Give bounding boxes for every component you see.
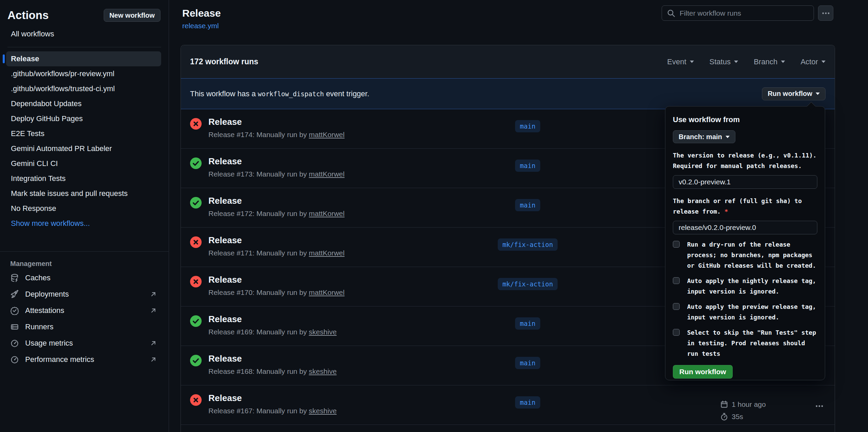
- sidebar-item-workflow[interactable]: .github/workflows/pr-review.yml: [6, 66, 161, 81]
- filter-dropdown-label: Event: [667, 57, 686, 66]
- show-more-workflows-link[interactable]: Show more workflows...: [6, 216, 161, 231]
- checkbox-label: Select to skip the "Run Tests" step in t…: [687, 327, 817, 359]
- sidebar-item-label: .github/workflows/trusted-ci.yml: [11, 84, 115, 93]
- run-status-icon: [190, 157, 202, 169]
- branch-badge[interactable]: main: [515, 396, 540, 409]
- checkbox[interactable]: [673, 277, 680, 284]
- workflow-input[interactable]: [673, 221, 817, 234]
- filter-workflow-runs-input[interactable]: [680, 9, 809, 17]
- popover-heading: Use workflow from: [673, 115, 817, 124]
- sidebar-item-management[interactable]: Runners: [6, 319, 161, 335]
- branch-badge[interactable]: mk/fix-action: [498, 238, 558, 251]
- branch-badge-slot: mk/fix-action: [483, 278, 572, 290]
- workflow-file-link[interactable]: release.yml: [182, 22, 219, 30]
- run-start-time: 1 hour ago: [720, 400, 766, 409]
- filter-dropdown[interactable]: Status: [710, 57, 738, 66]
- new-workflow-button[interactable]: New workflow: [104, 9, 160, 22]
- sidebar-item-all-workflows[interactable]: All workflows: [6, 27, 161, 41]
- run-duration: 35s: [720, 413, 766, 421]
- run-actor-link[interactable]: skeshive: [309, 328, 337, 336]
- branch-badge[interactable]: main: [515, 317, 540, 330]
- filter-dropdown[interactable]: Event: [667, 57, 694, 66]
- sidebar-item-management[interactable]: Caches: [6, 270, 161, 286]
- run-actor-link[interactable]: skeshive: [309, 367, 337, 375]
- filter-dropdown[interactable]: Branch: [754, 57, 785, 66]
- workflow-nav: All workflows Release .github/workflows/…: [0, 27, 169, 231]
- run-actor-link[interactable]: mattKorwel: [309, 288, 344, 296]
- run-title-link[interactable]: Release: [208, 235, 344, 246]
- github-actions-page: Actions New workflow All workflows Relea…: [0, 0, 868, 432]
- run-workflow-submit-button[interactable]: Run workflow: [673, 365, 733, 379]
- run-title-link[interactable]: Release: [208, 117, 344, 127]
- management-item-icon: [10, 290, 19, 299]
- run-title-link[interactable]: Release: [208, 275, 344, 285]
- run-title-link[interactable]: Release: [208, 196, 344, 206]
- run-actor-link[interactable]: mattKorwel: [309, 210, 344, 217]
- management-item-label: Runners: [25, 322, 53, 331]
- checkbox[interactable]: [673, 329, 680, 336]
- runs-count: 172 workflow runs: [190, 57, 258, 66]
- branch-badge-slot: main: [483, 199, 572, 211]
- run-title-link[interactable]: Release: [208, 314, 337, 325]
- branch-badge[interactable]: mk/fix-action: [498, 278, 558, 290]
- sidebar-item-management[interactable]: Deployments: [6, 286, 161, 302]
- sidebar-item-workflow[interactable]: .github/workflows/trusted-ci.yml: [6, 81, 161, 96]
- filter-workflow-runs-box[interactable]: [662, 5, 814, 21]
- branch-badge[interactable]: main: [515, 199, 540, 211]
- run-title-link[interactable]: Release: [208, 393, 337, 403]
- sidebar-item-workflow[interactable]: Gemini CLI CI: [6, 156, 161, 171]
- run-actor-link[interactable]: mattKorwel: [309, 170, 344, 178]
- required-asterisk: *: [721, 208, 728, 215]
- runs-card-header: 172 workflow runs Event Status Branch: [181, 45, 835, 78]
- branch-badge[interactable]: main: [515, 160, 540, 172]
- branch-selector-button[interactable]: Branch: main: [673, 130, 735, 143]
- filter-dropdown-label: Status: [710, 57, 731, 66]
- sidebar-item-workflow[interactable]: No Response: [6, 201, 161, 216]
- sidebar-item-workflow[interactable]: Dependabot Updates: [6, 96, 161, 111]
- run-actor-link[interactable]: mattKorwel: [309, 249, 344, 257]
- branch-badge[interactable]: main: [515, 357, 540, 369]
- workflow-input[interactable]: [673, 175, 817, 189]
- sidebar-item-label: No Response: [11, 204, 56, 213]
- run-description: Release #173: Manually run by mattKorwel: [208, 170, 344, 178]
- sidebar-item-workflow[interactable]: Integration Tests: [6, 171, 161, 186]
- stopwatch-icon: [720, 413, 728, 421]
- workflow-input-field: The version to release (e.g., v0.1.11). …: [673, 150, 817, 189]
- run-options-button[interactable]: [812, 400, 827, 412]
- run-title-link[interactable]: Release: [208, 156, 344, 167]
- sidebar-item-workflow[interactable]: Gemini Automated PR Labeler: [6, 141, 161, 156]
- workflow-options-button[interactable]: [818, 5, 833, 21]
- workflow-run-row[interactable]: Release Release #167: Manually run by sk…: [181, 385, 835, 425]
- branch-badge[interactable]: main: [515, 120, 540, 132]
- run-status-icon: [190, 236, 202, 248]
- kebab-icon: [815, 402, 824, 411]
- sidebar-item-workflow[interactable]: Deploy GitHub Pages: [6, 111, 161, 126]
- sidebar-item-management[interactable]: Performance metrics: [6, 351, 161, 368]
- checkbox[interactable]: [673, 241, 680, 248]
- sidebar-item-label: Dependabot Updates: [11, 99, 82, 108]
- checkbox-row: Auto apply the preview release tag, inpu…: [673, 301, 817, 322]
- checkbox-label: Run a dry-run of the release process; no…: [687, 239, 817, 271]
- run-info: Release Release #172: Manually run by ma…: [208, 196, 344, 218]
- external-link-icon: [150, 356, 157, 363]
- sidebar-item-workflow[interactable]: Release: [6, 51, 161, 66]
- filter-dropdown[interactable]: Actor: [801, 57, 826, 66]
- branch-badge-slot: mk/fix-action: [483, 238, 572, 251]
- external-link-icon: [150, 307, 157, 314]
- sidebar-item-label: Deploy GitHub Pages: [11, 114, 83, 123]
- run-actor-link[interactable]: skeshive: [309, 407, 337, 415]
- calendar-icon: [720, 400, 728, 409]
- filter-dropdown-label: Branch: [754, 57, 778, 66]
- run-title-link[interactable]: Release: [208, 353, 337, 364]
- sidebar-item-workflow[interactable]: E2E Tests: [6, 126, 161, 141]
- check-circle-fill-icon: [190, 315, 202, 327]
- sidebar-item-management[interactable]: Attestations: [6, 302, 161, 319]
- run-status-icon: [190, 118, 202, 130]
- checkbox[interactable]: [673, 303, 680, 310]
- sidebar-item-management[interactable]: Usage metrics: [6, 335, 161, 351]
- run-info: Release Release #174: Manually run by ma…: [208, 117, 344, 139]
- run-workflow-dropdown-button[interactable]: Run workflow: [762, 87, 826, 100]
- sidebar-item-workflow[interactable]: Mark stale issues and pull requests: [6, 186, 161, 201]
- run-actor-link[interactable]: mattKorwel: [309, 131, 344, 138]
- run-info: Release Release #168: Manually run by sk…: [208, 353, 337, 376]
